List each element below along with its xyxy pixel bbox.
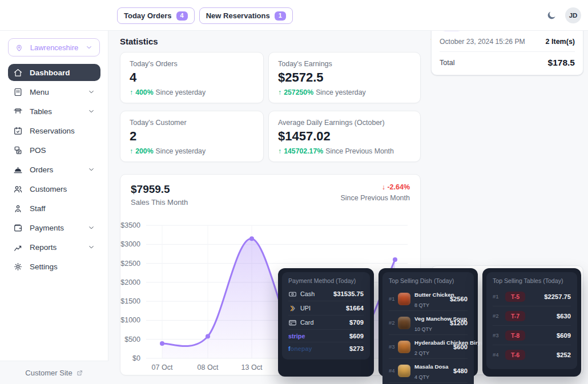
new-reservations-button[interactable]: New Reservations 1 xyxy=(199,7,293,24)
top-selling-dish-panel-title: Top Selling Dish (Today) xyxy=(389,277,468,284)
stat-delta-note: Since yesterday xyxy=(316,88,366,96)
sidebar-item-menu[interactable]: Menu xyxy=(8,83,100,100)
top-selling-tables-panel: Top Selling Tables (Today) #1 T-5 $2257.… xyxy=(482,268,581,377)
sidebar-item-reports[interactable]: Reports xyxy=(8,239,100,256)
dish-thumbnail xyxy=(398,317,410,329)
table-icon xyxy=(13,107,23,116)
chevron-down-icon xyxy=(87,243,95,251)
sidebar-item-customers[interactable]: Customers xyxy=(8,180,100,197)
customer-site-label: Customer Site xyxy=(25,369,72,377)
dish-quantity: 4 QTY xyxy=(414,374,429,380)
today-orders-button[interactable]: Today Orders 4 xyxy=(117,7,195,24)
moon-icon[interactable] xyxy=(546,10,557,21)
top-bar: Today Orders 4 New Reservations 1 JD xyxy=(0,0,588,31)
dish-rank: #1 xyxy=(389,296,397,302)
dish-name: Masala Dosa xyxy=(414,363,448,370)
stat-card-delta: ↑400%Since yesterday xyxy=(130,88,254,96)
table-rank: #2 xyxy=(493,313,501,319)
sidebar-item-reservations[interactable]: Reservations xyxy=(8,122,100,139)
sidebar-item-label: Tables xyxy=(30,107,52,116)
svg-text:$3500: $3500 xyxy=(120,221,140,229)
topbar-right-controls: JD xyxy=(546,0,581,31)
dish-rank: #4 xyxy=(389,367,397,374)
svg-text:$1000: $1000 xyxy=(120,316,140,324)
table-chip: T-6 xyxy=(505,350,525,360)
dish-row: #3 Hyderabadi Chicken Biryani 2 QTY $600 xyxy=(389,334,468,358)
today-orders-count-badge: 4 xyxy=(176,11,188,21)
dish-quantity: 8 QTY xyxy=(414,302,429,308)
sidebar-item-orders[interactable]: Orders xyxy=(8,161,100,178)
table-revenue: $2257.75 xyxy=(544,293,571,300)
payment-method-row: stripe $609 xyxy=(288,329,364,342)
table-rank: #3 xyxy=(493,332,501,338)
card-icon xyxy=(288,318,297,327)
avatar[interactable]: JD xyxy=(565,7,581,23)
calendar-check-icon xyxy=(13,126,23,136)
order-datetime: October 23, 2024 15:26 PM xyxy=(440,38,525,46)
gear-icon xyxy=(13,262,23,272)
sales-delta-note: Since Previous Month xyxy=(340,194,410,202)
pos-icon xyxy=(13,145,23,155)
stat-card: Today's Customer 2 ↑200%Since yesterday xyxy=(120,111,264,162)
svg-text:$2000: $2000 xyxy=(120,278,140,286)
sidebar-item-payments[interactable]: Payments xyxy=(8,219,100,236)
reports-icon xyxy=(13,242,23,252)
table-revenue: $609 xyxy=(557,332,571,339)
sidebar-item-pos[interactable]: POS xyxy=(8,142,100,159)
sales-chart-header: $7959.5 Sales This Month ↓ -2.64% Since … xyxy=(120,175,420,207)
sidebar-item-settings[interactable]: Settings xyxy=(8,258,100,275)
svg-text:07 Oct: 07 Oct xyxy=(152,363,173,371)
sidebar-item-label: Dashboard xyxy=(30,68,70,77)
table-rank: #4 xyxy=(493,351,501,358)
sidebar-item-tables[interactable]: Tables xyxy=(8,103,100,120)
customer-site-link[interactable]: Customer Site xyxy=(0,361,108,384)
staff-icon xyxy=(13,204,23,213)
dish-row: #2 Veg Manchow Soup 10 QTY $1200 xyxy=(389,310,468,334)
sidebar-nav: Dashboard Menu Tables Reserva xyxy=(0,64,108,275)
sidebar-item-dashboard[interactable]: Dashboard xyxy=(8,64,100,81)
payment-method-label: fonepay xyxy=(288,345,312,352)
dish-price: $600 xyxy=(450,343,468,350)
top-selling-dish-rows: #1 Butter Chicken 8 QTY $2560 #2 Veg M xyxy=(389,287,468,384)
stat-delta-percent: 200% xyxy=(135,147,153,155)
table-chip: T-8 xyxy=(505,330,525,341)
stat-card-label: Today's Orders xyxy=(130,60,254,68)
stat-delta-percent: 145702.17% xyxy=(284,147,323,155)
svg-text:$0: $0 xyxy=(132,354,140,362)
table-chip: T-5 xyxy=(505,292,525,302)
payment-method-label: UPI xyxy=(300,305,311,312)
sidebar-item-label: Menu xyxy=(30,88,49,96)
external-link-icon xyxy=(76,369,83,377)
payment-method-panel-title: Payment Method (Today) xyxy=(288,277,364,284)
sidebar-item-staff[interactable]: Staff xyxy=(8,200,100,217)
payment-method-label: stripe xyxy=(288,333,305,339)
dish-price: $1200 xyxy=(447,320,468,326)
sidebar-item-label: Staff xyxy=(30,204,46,213)
payment-method-rows: Cash $31535.75 UPI $1664 Card $709 xyxy=(288,287,364,354)
sidebar-item-label: Reservations xyxy=(30,127,75,135)
stat-card: Today's Earnings $2572.5 ↑257250%Since y… xyxy=(268,52,421,103)
dish-thumbnail xyxy=(398,293,410,305)
svg-text:$2500: $2500 xyxy=(120,260,140,268)
menu-board-icon xyxy=(13,87,23,97)
divider xyxy=(440,51,575,52)
dish-quantity: 10 QTY xyxy=(414,326,432,332)
sidebar-item-label: Payments xyxy=(30,224,64,232)
payment-method-label: Card xyxy=(300,319,313,326)
location-select[interactable]: Lawrenceshire xyxy=(8,38,100,56)
payment-method-value: $709 xyxy=(349,319,364,326)
sidebar-item-label: POS xyxy=(30,146,46,155)
sales-total: $7959.5 xyxy=(131,183,188,196)
home-icon xyxy=(13,68,23,78)
payment-method-value: $609 xyxy=(349,333,364,339)
cloche-icon xyxy=(13,165,23,175)
stat-card: Average Daily Earnings (October) $1457.0… xyxy=(268,111,421,162)
dish-thumbnail xyxy=(398,365,410,377)
top-selling-table-rows: #1 T-5 $2257.75 #2 T-7 $630 #3 T-8 $609 xyxy=(493,287,571,364)
svg-text:08 Oct: 08 Oct xyxy=(198,363,219,371)
topbar-quick-buttons: Today Orders 4 New Reservations 1 xyxy=(117,7,293,24)
sales-chart-card: $7959.5 Sales This Month ↓ -2.64% Since … xyxy=(120,174,421,375)
stat-delta-percent: 400% xyxy=(135,88,153,96)
statistics-heading: Statistics xyxy=(120,37,158,46)
cash-icon xyxy=(288,290,297,298)
